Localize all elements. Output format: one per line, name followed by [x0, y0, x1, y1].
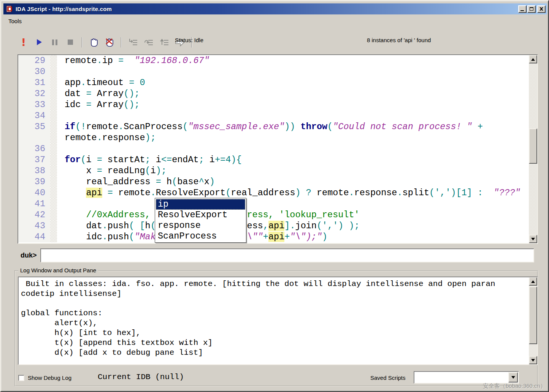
log-line: h(x) [int to hex], — [21, 328, 528, 338]
code-line[interactable]: api = remote.ResolveExport(real_address)… — [57, 187, 520, 198]
intellisense-item[interactable]: ip — [156, 199, 245, 210]
code-line[interactable]: if(!remote.ScanProcess("mssec_sample.exe… — [57, 121, 483, 132]
arrow-down-icon — [531, 238, 535, 240]
close-button[interactable]: X — [537, 5, 546, 13]
gutter-divider — [50, 143, 57, 154]
code-line[interactable]: for(i = startAt; i<=endAt; i+=4){ — [57, 154, 242, 165]
code-row[interactable]: 31app.timeout = 0 — [18, 77, 529, 88]
code-row[interactable]: 32dat = Array(); — [18, 88, 529, 99]
log-line: Built in classes: ida. fso. app. remote.… — [21, 279, 528, 289]
code-row[interactable]: 33idc = Array(); — [18, 99, 529, 110]
play-button[interactable] — [34, 37, 44, 47]
step-into-button[interactable] — [128, 37, 138, 47]
status-text: Status: Idle — [175, 37, 203, 43]
stop-button[interactable] — [65, 37, 76, 47]
line-number: 38 — [18, 165, 50, 176]
gutter-divider — [50, 121, 57, 132]
line-number: 30 — [18, 66, 50, 77]
code-line[interactable] — [57, 143, 65, 154]
code-rows[interactable]: 29remote.ip = "192.168.0.67"3031app.time… — [18, 55, 529, 243]
line-number: 41 — [18, 198, 50, 209]
step-into-icon — [128, 37, 138, 47]
code-line[interactable]: real_address = h(base^x) — [57, 176, 215, 187]
log-groupbox-title: Log Window and Output Pane — [18, 267, 98, 273]
code-row[interactable]: 38 x = readLng(i); — [18, 165, 529, 176]
code-row[interactable]: 36 — [18, 143, 529, 154]
code-row[interactable]: 35if(!remote.ScanProcess("mssec_sample.e… — [18, 121, 529, 132]
intellisense-item[interactable]: ResolveExport — [156, 210, 245, 220]
log-window[interactable]: Built in classes: ida. fso. app. remote.… — [18, 277, 538, 365]
intellisense-item[interactable]: ScanProcess — [156, 231, 245, 242]
scrollbar-thumb[interactable] — [529, 286, 537, 344]
gutter-divider — [50, 66, 57, 77]
code-row[interactable]: 40 api = remote.ResolveExport(real_addre… — [18, 187, 529, 198]
code-row[interactable]: 29remote.ip = "192.168.0.67" — [18, 55, 529, 66]
log-line: alert(x), — [21, 318, 528, 328]
scroll-down-button[interactable] — [529, 356, 537, 364]
gutter-divider — [50, 154, 57, 165]
gutter-divider — [50, 99, 57, 110]
code-line[interactable] — [57, 110, 65, 121]
code-row[interactable]: remote.response); — [18, 132, 529, 143]
gutter-divider — [50, 55, 57, 66]
scroll-up-button[interactable] — [529, 55, 537, 63]
watermark-text: 安全客（bobao.360.cn） — [483, 383, 546, 390]
menu-tools[interactable]: Tools — [5, 17, 25, 25]
gutter-divider — [50, 231, 57, 242]
clear-breakpoints-button[interactable] — [104, 37, 115, 47]
pause-button[interactable] — [49, 37, 60, 47]
maximize-button[interactable] — [527, 5, 536, 13]
code-row[interactable]: 34 — [18, 110, 529, 121]
code-line[interactable]: idc = Array(); — [57, 99, 140, 110]
line-number: 39 — [18, 176, 50, 187]
scroll-up-button[interactable] — [529, 277, 537, 286]
code-line[interactable] — [57, 198, 65, 209]
log-line: t(x) [append this textbox with x] — [21, 338, 528, 348]
step-over-icon — [144, 37, 154, 47]
gutter-divider — [50, 77, 57, 88]
line-number: 32 — [18, 88, 50, 99]
line-number: 43 — [18, 220, 50, 231]
code-line[interactable]: remote.ip = "192.168.0.67" — [57, 55, 209, 66]
editor-scrollbar[interactable] — [529, 55, 537, 243]
log-scrollbar[interactable] — [529, 277, 537, 364]
line-number: 35 — [18, 121, 50, 132]
pause-icon — [52, 40, 57, 45]
line-number: 33 — [18, 99, 50, 110]
code-editor[interactable]: 29remote.ip = "192.168.0.67"3031app.time… — [17, 54, 538, 244]
minimize-button[interactable] — [518, 5, 527, 13]
scroll-down-button[interactable] — [529, 235, 537, 243]
log-line: global functions: — [21, 308, 528, 318]
code-row[interactable]: 37for(i = startAt; i<=endAt; i+=4){ — [18, 154, 529, 165]
code-line[interactable]: app.timeout = 0 — [57, 77, 145, 88]
show-debug-log-label: Show Debug Log — [28, 375, 71, 381]
combobox-dropdown-button[interactable] — [508, 372, 518, 383]
stop-icon — [68, 40, 73, 45]
scrollbar-thumb[interactable] — [529, 128, 537, 164]
code-row[interactable]: 41 — [18, 198, 529, 209]
log-line: codetip intellisense] — [21, 289, 528, 299]
code-line[interactable]: dat = Array(); — [57, 88, 140, 99]
saved-scripts-combobox[interactable] — [414, 371, 519, 384]
code-row[interactable]: 42 //0xAddress, h(x), i, real_address, '… — [18, 209, 529, 220]
toggle-breakpoint-button[interactable] — [89, 37, 99, 47]
show-debug-log-checkbox[interactable] — [18, 375, 24, 381]
line-number: 42 — [18, 209, 50, 220]
run-script-button[interactable]: ! — [18, 37, 29, 47]
code-row[interactable]: 44 idc.push("MakeName(real_addr, \""+api… — [18, 231, 529, 242]
intellisense-list: ipResolveExportresponseScanProcess — [156, 199, 245, 242]
gutter-divider — [50, 132, 57, 143]
code-line[interactable]: x = readLng(i); — [57, 165, 167, 176]
console-input[interactable] — [40, 248, 534, 262]
step-out-button[interactable] — [159, 37, 170, 47]
code-line[interactable] — [57, 66, 65, 77]
gutter-divider — [50, 176, 57, 187]
titlebar[interactable]: IDA JScript - http://sandsprite.com X — [3, 3, 547, 14]
code-row[interactable]: 43 dat.push( [h(base^x),real_address,api… — [18, 220, 529, 231]
code-row[interactable]: 39 real_address = h(base^x) — [18, 176, 529, 187]
code-row[interactable]: 30 — [18, 66, 529, 77]
intellisense-item[interactable]: response — [156, 220, 245, 231]
step-over-button[interactable] — [143, 37, 154, 47]
code-line[interactable]: remote.response); — [57, 132, 156, 143]
gutter-divider — [50, 209, 57, 220]
